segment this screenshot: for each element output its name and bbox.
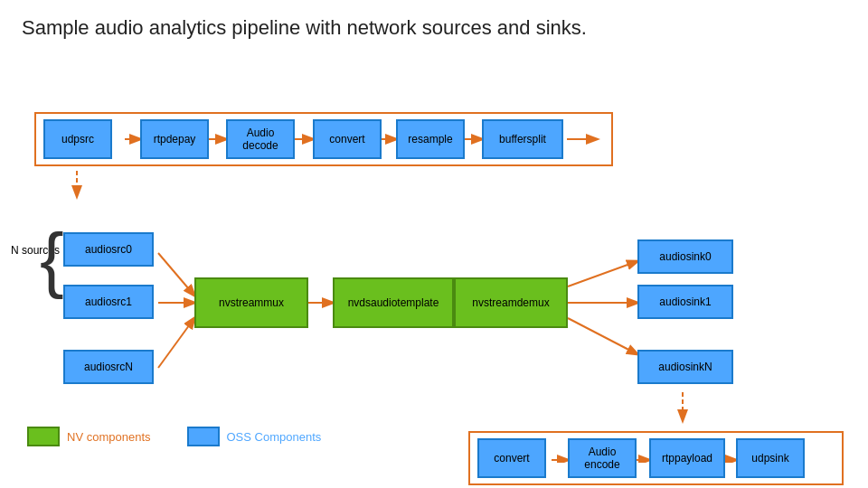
convert1-box: convert xyxy=(313,119,382,159)
convert2-box: convert xyxy=(477,438,546,478)
svg-line-12 xyxy=(568,261,637,286)
audiosinkN-box: audiosinkN xyxy=(637,350,733,384)
udpsink-box: udpsink xyxy=(736,438,805,478)
rtpdepay-box: rtpdepay xyxy=(140,119,209,159)
legend-oss-label: OSS Components xyxy=(227,430,322,444)
nvstreamdemux-box: nvstreamdemux xyxy=(454,277,568,328)
svg-line-9 xyxy=(158,318,194,368)
legend: NV components OSS Components xyxy=(27,427,321,446)
legend-nv: NV components xyxy=(27,427,151,446)
resample-box: resample xyxy=(396,119,465,159)
legend-oss: OSS Components xyxy=(187,427,322,446)
nvstreammux-box: nvstreammux xyxy=(194,277,308,328)
brace-symbol: { xyxy=(40,223,64,296)
legend-nv-label: NV components xyxy=(67,430,151,444)
legend-blue-box xyxy=(187,427,220,446)
audiosrc1-box: audiosrc1 xyxy=(63,285,154,319)
svg-line-14 xyxy=(568,318,637,354)
svg-line-7 xyxy=(158,253,194,296)
udpsrc-box: udpsrc xyxy=(43,119,112,159)
page-title: Sample audio analytics pipeline with net… xyxy=(0,0,868,47)
rtppayload-box: rtppayload xyxy=(649,438,725,478)
audiosink0-box: audiosink0 xyxy=(637,239,733,274)
nvdsaudiotemplate-box: nvdsaudiotemplate xyxy=(333,277,454,328)
legend-green-box xyxy=(27,427,60,446)
audiosrc0-box: audiosrc0 xyxy=(63,232,154,267)
audio-decode-box: Audio decode xyxy=(226,119,295,159)
audiosrcN-box: audiosrcN xyxy=(63,350,154,384)
audiosink1-box: audiosink1 xyxy=(637,285,733,319)
audio-encode-box: Audio encode xyxy=(568,438,637,478)
buffersplit-box: buffersplit xyxy=(482,119,563,159)
